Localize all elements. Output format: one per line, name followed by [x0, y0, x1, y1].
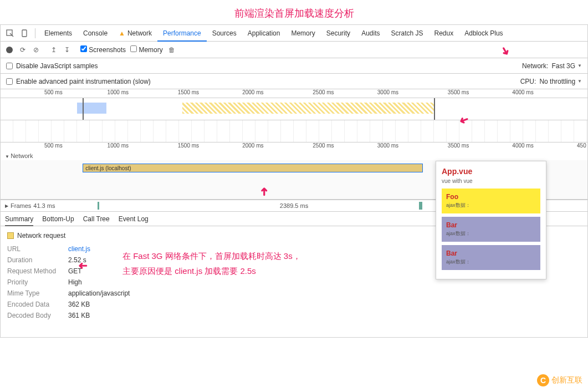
trash-icon[interactable]: 🗑 [167, 45, 176, 54]
tab-performance[interactable]: Performance [157, 25, 207, 42]
color-swatch-icon [7, 232, 14, 239]
screenshot-preview-popup: App.vue vue with vue Fooajax数据： Barajax数… [436, 161, 546, 279]
kv-key: Encoded Data [7, 301, 63, 308]
tab-console[interactable]: Console [78, 25, 113, 42]
ruler-tick: 4000 ms [512, 142, 533, 149]
ruler-tick: 1500 ms [178, 89, 199, 95]
screenshots-strip[interactable] [1, 120, 587, 142]
preview-subtitle: vue with vue [442, 178, 540, 184]
ruler-tick: 3000 ms [377, 142, 398, 149]
ruler-tick: 3500 ms [448, 89, 469, 95]
ruler-tick: 500 ms [44, 142, 63, 149]
panel-tabs: Elements Console ▲Network Performance So… [39, 25, 509, 42]
preview-block: Barajax数据： [442, 245, 540, 270]
frame-mark [419, 202, 422, 210]
kv-value: 361 KB [68, 312, 90, 319]
ruler-tick: 450 [577, 142, 586, 149]
disable-js-checkbox[interactable]: Disable JavaScript samples [6, 62, 98, 70]
detail-tab-call-tree[interactable]: Call Tree [83, 215, 110, 223]
ruler-tick: 2500 ms [313, 142, 334, 149]
tab-elements[interactable]: Elements [39, 25, 78, 42]
ruler-tick: 2000 ms [242, 89, 263, 95]
kv-key: Decoded Body [7, 312, 63, 319]
chevron-down-icon: ▼ [577, 79, 582, 84]
kv-value: application/javascript [68, 289, 130, 297]
screenshots-checkbox[interactable]: Screenshots [80, 45, 126, 54]
kv-value: 362 KB [68, 301, 90, 308]
cpu-throttle-label: CPU: [520, 78, 536, 85]
svg-rect-1 [22, 30, 27, 37]
separator [35, 28, 35, 38]
detail-tab-event-log[interactable]: Event Log [119, 215, 149, 223]
download-icon[interactable]: ↧ [63, 45, 71, 54]
overview-strip[interactable] [1, 98, 587, 120]
tab-adblock[interactable]: Adblock Plus [459, 25, 508, 42]
options-row-1: Disable JavaScript samples Network: Fast… [1, 58, 587, 74]
preview-title: App.vue [442, 167, 540, 176]
ruler-tick: 1000 ms [108, 89, 129, 95]
device-icon[interactable] [19, 28, 29, 38]
network-throttle-select[interactable]: Fast 3G▼ [551, 62, 582, 70]
preview-block: Barajax数据： [442, 217, 540, 242]
flamechart-ruler[interactable]: 500 ms 1000 ms 1500 ms 2000 ms 2500 ms 3… [1, 142, 587, 151]
detail-tab-summary[interactable]: Summary [5, 212, 33, 226]
inspect-icon[interactable] [5, 28, 15, 38]
memory-checkbox[interactable]: Memory [130, 45, 163, 54]
ruler-tick: 500 ms [44, 89, 63, 95]
ruler-tick: 2000 ms [242, 142, 263, 149]
record-button[interactable] [5, 45, 14, 54]
warning-icon: ▲ [119, 29, 125, 37]
tab-network[interactable]: ▲Network [113, 25, 157, 42]
annotation-arrow: ➜ [78, 259, 88, 273]
frames-label: Frames [11, 202, 31, 209]
kv-key: Mime Type [7, 289, 63, 297]
annotation-title: 前端渲染首屏加载速度分析 [0, 0, 588, 24]
network-throttle-label: Network: [522, 62, 548, 70]
tab-security[interactable]: Security [321, 25, 356, 42]
tab-scratch-js[interactable]: Scratch JS [385, 25, 428, 42]
upload-icon[interactable]: ↥ [49, 45, 58, 54]
chevron-down-icon: ▼ [577, 63, 582, 68]
ruler-tick: 3500 ms [448, 142, 469, 149]
main-toolbar: Elements Console ▲Network Performance So… [1, 25, 587, 42]
frame-mark [98, 202, 99, 210]
kv-key: URL [7, 245, 63, 253]
tab-audits[interactable]: Audits [356, 25, 385, 42]
detail-tab-bottom-up[interactable]: Bottom-Up [42, 215, 74, 223]
ruler-tick: 4000 ms [512, 89, 533, 95]
clear-icon[interactable]: ⊘ [32, 45, 40, 54]
ruler-tick: 1000 ms [108, 142, 129, 149]
enable-paint-checkbox[interactable]: Enable advanced paint instrumentation (s… [6, 78, 151, 85]
reload-icon[interactable]: ⟳ [18, 45, 27, 54]
viewport-window[interactable] [83, 98, 434, 120]
tab-application[interactable]: Application [242, 25, 286, 42]
annotation-arrow: ➜ [257, 187, 270, 196]
tab-redux[interactable]: Redux [429, 25, 459, 42]
kv-key: Duration [7, 256, 63, 264]
frames-short-value: 41.3 ms [33, 202, 55, 209]
ruler-tick: 1500 ms [178, 142, 199, 149]
tab-memory[interactable]: Memory [285, 25, 320, 42]
overview-ruler[interactable]: 500 ms 1000 ms 1500 ms 2000 ms 2500 ms 3… [1, 89, 587, 98]
ruler-tick: 2500 ms [313, 89, 334, 95]
kv-key: Priority [7, 278, 63, 286]
cpu-throttle-select[interactable]: No throttling▼ [539, 78, 582, 85]
network-request-bar[interactable]: client.js (localhost) [83, 164, 423, 172]
kv-value: High [68, 278, 82, 286]
network-section-label[interactable]: Network [1, 151, 587, 160]
ruler-tick: 3000 ms [377, 89, 398, 95]
tab-sources[interactable]: Sources [207, 25, 242, 42]
kv-key: Request Method [7, 267, 63, 275]
url-link[interactable]: client.js [68, 245, 90, 253]
preview-block: Fooajax数据： [442, 189, 540, 213]
annotation-body: 在 Fast 3G 网络条件下，首屏加载耗时高达 3s， 主要原因便是 clie… [122, 248, 301, 278]
options-row-2: Enable advanced paint instrumentation (s… [1, 74, 587, 89]
